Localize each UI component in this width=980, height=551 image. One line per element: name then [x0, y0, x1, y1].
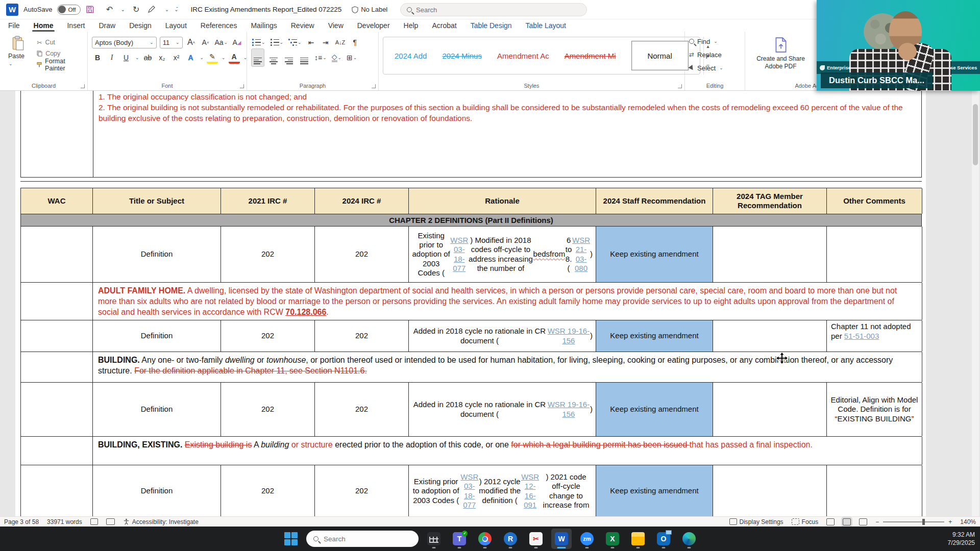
chrome-icon[interactable]: [475, 529, 495, 549]
align-left-button[interactable]: [251, 48, 264, 66]
cell-tag-recommendation[interactable]: [713, 383, 827, 436]
cell-wac[interactable]: [21, 352, 93, 382]
top-cell-text[interactable]: 1. The original occupancy classification…: [99, 92, 917, 124]
tab-file[interactable]: File: [8, 21, 20, 30]
header-other-comments[interactable]: Other Comments: [827, 188, 922, 214]
cell-wac[interactable]: [21, 320, 93, 352]
clear-formatting-button[interactable]: A◢: [231, 36, 242, 48]
zoom-app-icon[interactable]: zm: [577, 529, 597, 549]
redo-button[interactable]: ↻: [130, 5, 142, 14]
tab-acrobat[interactable]: Acrobat: [432, 21, 456, 30]
excel-icon[interactable]: X: [602, 529, 623, 549]
word-taskbar-icon[interactable]: W: [551, 529, 572, 549]
cell-2024[interactable]: 202: [315, 320, 409, 352]
numbering-button[interactable]: ⌄: [270, 36, 285, 48]
tab-design[interactable]: Design: [129, 21, 152, 30]
paragraph-dialog-launcher[interactable]: [372, 84, 376, 88]
zoom-handle[interactable]: [922, 519, 925, 525]
cell-wac[interactable]: [21, 465, 93, 516]
header-rationale[interactable]: Rationale: [409, 188, 596, 214]
cell-2021[interactable]: 202: [221, 320, 315, 352]
zoom-track[interactable]: [883, 521, 944, 522]
cell-2021[interactable]: 202: [221, 383, 315, 436]
cell-wac[interactable]: [21, 383, 93, 436]
word-count[interactable]: 33971 words: [47, 518, 82, 525]
teams-icon[interactable]: T✓: [449, 529, 470, 549]
line-spacing-button[interactable]: ↕≡⌄: [313, 52, 328, 64]
zoom-out-button[interactable]: −: [875, 518, 879, 525]
definition-paragraph[interactable]: ADULT FAMILY HOME. A dwelling, licensed …: [93, 283, 922, 320]
print-layout-button[interactable]: [843, 518, 851, 525]
increase-indent-button[interactable]: ⇥: [320, 36, 331, 48]
clipboard-dialog-launcher[interactable]: [81, 84, 85, 88]
bold-button[interactable]: B: [92, 52, 103, 64]
autosave-toggle[interactable]: Off: [57, 5, 81, 15]
justify-button[interactable]: [298, 49, 310, 66]
search-input[interactable]: [416, 6, 580, 14]
header-tag-recommendation[interactable]: 2024 TAG Member Recommendation: [713, 188, 827, 214]
cell-other-comments[interactable]: Editorial, Align with Model Code. Defini…: [827, 383, 922, 436]
cell-title[interactable]: Definition: [93, 465, 221, 516]
shrink-font-button[interactable]: A˅: [200, 36, 211, 48]
multilevel-list-button[interactable]: ⌄: [287, 36, 303, 48]
file-explorer-icon[interactable]: [628, 529, 648, 549]
decrease-indent-button[interactable]: ⇤: [306, 36, 317, 48]
header-2021-irc[interactable]: 2021 IRC #: [221, 188, 315, 214]
chapter-section-label[interactable]: CHAPTER 2 DEFINITIONS (Part II Definitio…: [21, 214, 922, 226]
create-share-pdf-button[interactable]: Create and Share Adobe PDF: [750, 35, 812, 70]
replace-button[interactable]: ⇄Replace: [689, 48, 741, 61]
tab-home[interactable]: Home: [34, 21, 54, 30]
tab-view[interactable]: View: [328, 21, 344, 30]
ink-pen-button[interactable]: [148, 6, 160, 13]
scrollbar-thumb[interactable]: [973, 104, 978, 165]
highlight-button[interactable]: ✎: [207, 52, 218, 64]
undo-caret[interactable]: ⌄: [120, 7, 125, 12]
sensitivity-label[interactable]: No Label: [352, 6, 387, 13]
font-name-combo[interactable]: Aptos (Body)⌄: [92, 37, 157, 48]
cell-staff-recommendation[interactable]: Keep existing amendment: [596, 320, 713, 352]
tab-draw[interactable]: Draw: [99, 21, 115, 30]
tab-review[interactable]: Review: [291, 21, 314, 30]
pen-caret[interactable]: ⌄: [165, 7, 169, 12]
header-2024-irc[interactable]: 2024 IRC #: [315, 188, 409, 214]
cell-2024[interactable]: 202: [315, 465, 409, 516]
style-2024-add[interactable]: 2024 Add: [395, 52, 427, 60]
strikethrough-button[interactable]: ab: [142, 52, 154, 64]
outlook-icon[interactable]: O: [653, 529, 674, 549]
cut-button[interactable]: ✂Cut: [37, 37, 83, 48]
tab-references[interactable]: References: [201, 21, 237, 30]
text-effects-button[interactable]: A: [185, 52, 197, 64]
cell-2024[interactable]: 202: [315, 227, 409, 282]
select-button[interactable]: Select⌄: [689, 61, 741, 74]
underline-button[interactable]: U: [120, 52, 132, 64]
find-button[interactable]: Find⌄: [689, 35, 741, 48]
header-staff-recommendation[interactable]: 2024 Staff Recommendation: [596, 188, 713, 214]
align-center-button[interactable]: [267, 49, 280, 66]
cell-staff-recommendation[interactable]: Keep existing amendment: [596, 227, 713, 282]
shading-button[interactable]: ◇⌄: [331, 52, 342, 64]
cell-tag-recommendation[interactable]: [713, 465, 827, 516]
cell-title[interactable]: Definition: [93, 383, 221, 436]
web-layout-button[interactable]: [859, 518, 867, 525]
tab-help[interactable]: Help: [404, 21, 419, 30]
borders-button[interactable]: ⊞⌄: [346, 52, 358, 64]
tab-developer[interactable]: Developer: [357, 21, 390, 30]
cell-tag-recommendation[interactable]: [713, 320, 827, 352]
document-page[interactable]: 1. The original occupancy classification…: [15, 91, 926, 516]
titlebar-search[interactable]: [400, 3, 587, 16]
zoom-in-button[interactable]: +: [948, 518, 952, 525]
cell-rationale[interactable]: Existing prior to adoption of 2003 Codes…: [409, 465, 596, 516]
show-marks-button[interactable]: ¶: [349, 36, 360, 48]
zoom-slider[interactable]: − +: [875, 518, 952, 525]
sort-button[interactable]: A↓Z: [334, 36, 347, 48]
cell-tag-recommendation[interactable]: [713, 227, 827, 282]
read-mode-button[interactable]: [826, 518, 835, 525]
video-call-overlay[interactable]: Enterprise Services Enterprise Services …: [817, 0, 980, 91]
subscript-button[interactable]: x₂: [157, 52, 168, 64]
cell-rationale[interactable]: Added in 2018 cycle no rationale in CR d…: [409, 320, 596, 352]
keypad-app-icon[interactable]: [424, 529, 444, 549]
italic-button[interactable]: I: [106, 52, 117, 64]
edge-icon[interactable]: [679, 529, 699, 549]
highlight-caret[interactable]: ⌄: [222, 55, 226, 60]
tab-table-layout[interactable]: Table Layout: [526, 21, 566, 30]
